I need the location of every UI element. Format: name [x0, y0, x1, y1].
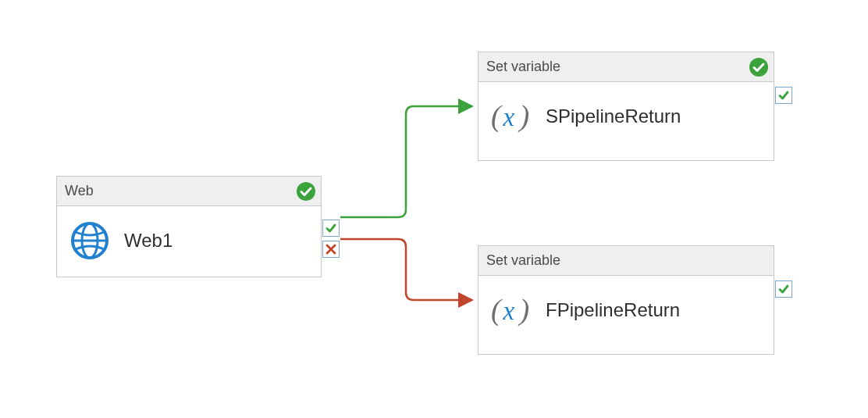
activity-header: Set variable: [478, 52, 774, 82]
activity-body: ( x ) FPipelineReturn: [478, 276, 774, 345]
svg-point-4: [749, 58, 768, 77]
variable-x-icon: ( x ): [491, 96, 532, 137]
activity-body: ( x ) SPipelineReturn: [478, 82, 774, 151]
variable-x-icon: ( x ): [491, 290, 532, 330]
svg-text:): ): [518, 99, 529, 133]
svg-text:(: (: [491, 99, 503, 133]
pipeline-canvas[interactable]: Web Web1: [0, 0, 868, 418]
activity-set-variable-success[interactable]: Set variable ( x ) SPipelineReturn: [478, 52, 774, 161]
activity-name: Web1: [124, 230, 173, 252]
activity-name: SPipelineReturn: [546, 105, 681, 127]
svg-text:): ): [518, 293, 529, 327]
status-success-icon: [749, 57, 769, 77]
svg-point-0: [297, 182, 315, 201]
activity-header: Web: [57, 177, 321, 206]
port-success[interactable]: [775, 280, 792, 298]
svg-text:(: (: [491, 293, 503, 327]
activity-type-label: Set variable: [486, 252, 560, 269]
activity-header: Set variable: [478, 246, 774, 276]
activity-web[interactable]: Web Web1: [56, 176, 322, 277]
connector-failure[interactable]: [340, 239, 472, 300]
svg-text:x: x: [503, 103, 515, 131]
port-success[interactable]: [775, 87, 792, 104]
activity-name: FPipelineReturn: [546, 299, 680, 321]
port-failure[interactable]: [322, 241, 340, 258]
activity-type-label: Set variable: [486, 59, 560, 75]
activity-body: Web1: [57, 206, 321, 275]
activity-type-label: Web: [65, 183, 94, 199]
port-success[interactable]: [322, 220, 340, 237]
activity-set-variable-failure[interactable]: Set variable ( x ) FPipelineReturn: [478, 245, 774, 355]
svg-text:x: x: [503, 297, 515, 325]
globe-icon: [69, 220, 110, 261]
status-success-icon: [296, 181, 316, 202]
connector-success[interactable]: [340, 106, 472, 217]
